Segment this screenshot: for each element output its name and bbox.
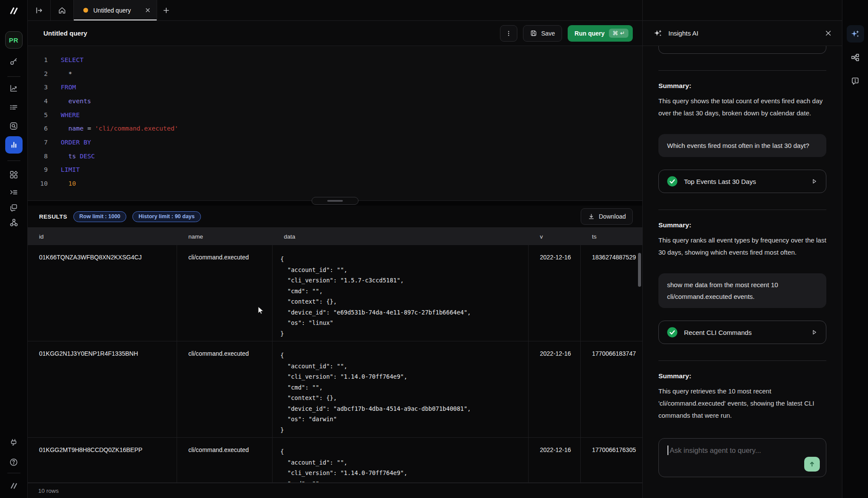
insights-ai-tab-icon[interactable] bbox=[847, 25, 864, 43]
cell-v: 2022-12-16 bbox=[529, 341, 581, 437]
section-divider bbox=[658, 210, 826, 210]
editor-line[interactable]: 9LIMIT bbox=[28, 163, 642, 177]
cell-id: 01K66TQNZA3WFBQ8XN2KXSG4CJ bbox=[28, 245, 177, 341]
column-header-ts[interactable]: ts bbox=[581, 228, 642, 245]
code-line: WHERE bbox=[48, 111, 80, 118]
home-button[interactable] bbox=[51, 0, 74, 20]
code-line: * bbox=[48, 70, 72, 77]
help-icon[interactable] bbox=[6, 454, 22, 470]
column-header-v[interactable]: v bbox=[529, 228, 581, 245]
summary-label: Summary: bbox=[658, 82, 826, 90]
editor-line[interactable]: 5WHERE bbox=[28, 108, 642, 122]
cell-name: cli/command.executed bbox=[177, 438, 273, 482]
collapse-sidebar-button[interactable] bbox=[28, 0, 51, 20]
api-keys-icon[interactable] bbox=[6, 53, 22, 69]
insights-panel: Insights AI Summary: This query shows th… bbox=[642, 0, 842, 498]
summary-label: Summary: bbox=[658, 372, 826, 380]
editor-line[interactable]: 6 name = 'cli/command.executed' bbox=[28, 121, 642, 135]
save-icon bbox=[530, 29, 537, 37]
explore-icon[interactable] bbox=[6, 118, 22, 134]
column-header-data[interactable]: data bbox=[273, 228, 529, 245]
tab-untitled-query[interactable]: Untitled query bbox=[74, 0, 157, 20]
chat-icon[interactable] bbox=[6, 199, 22, 216]
editor-line[interactable]: 10 10 bbox=[28, 177, 642, 190]
webhook-icon[interactable] bbox=[6, 214, 22, 231]
sparkles-icon bbox=[653, 29, 663, 38]
success-check-icon bbox=[667, 176, 678, 187]
terminal-icon[interactable] bbox=[6, 184, 22, 200]
code-line: ORDER BY bbox=[48, 139, 91, 146]
column-header-id[interactable]: id bbox=[28, 228, 177, 245]
tab-bar: Untitled query bbox=[28, 0, 642, 21]
input-placeholder: Ask insights agent to query... bbox=[670, 446, 761, 454]
run-query-button[interactable]: Run query ⌘ ↵ bbox=[568, 25, 633, 42]
summary-text: This query retrieves the 10 most recent … bbox=[658, 385, 826, 422]
editor-line[interactable]: 3FROM bbox=[28, 80, 642, 94]
avatar[interactable]: PR bbox=[5, 31, 23, 49]
cell-ts: 1836274887529 bbox=[581, 245, 642, 341]
column-header-name[interactable]: name bbox=[177, 228, 273, 245]
ask-agent-input[interactable]: Ask insights agent to query... bbox=[658, 438, 826, 477]
json-payload: { "account_id": "", "cli_version": "1.14… bbox=[280, 446, 524, 482]
kebab-menu-icon bbox=[505, 30, 512, 37]
insights-conversation: Summary: This query shows the total coun… bbox=[643, 46, 842, 498]
cell-id: 01KGG2MT9H8H8CCDQ0ZK16BEPP bbox=[28, 438, 177, 482]
editor-line[interactable]: 8 ts DESC bbox=[28, 149, 642, 163]
cell-ts: 1770066183747 bbox=[581, 341, 642, 437]
cell-v: 2022-12-16 bbox=[529, 245, 581, 341]
table-row[interactable]: 01K66TQNZA3WFBQ8XN2KXSG4CJ cli/command.e… bbox=[28, 245, 642, 341]
editor-line[interactable]: 2 * bbox=[28, 67, 642, 81]
row-limit-badge[interactable]: Row limit : 1000 bbox=[73, 211, 126, 222]
header-actions: Save Run query ⌘ ↵ bbox=[500, 25, 633, 42]
new-tab-button[interactable] bbox=[157, 0, 175, 20]
cell-data: { "account_id": "", "cli_version": "1.14… bbox=[273, 438, 529, 482]
splitter-handle[interactable] bbox=[312, 197, 358, 205]
tab-close-icon[interactable] bbox=[145, 7, 151, 13]
enter-key-icon: ↵ bbox=[620, 30, 625, 36]
save-button[interactable]: Save bbox=[523, 25, 562, 42]
play-icon[interactable] bbox=[810, 177, 818, 185]
results-table: id name data v ts 01K66TQNZA3WFBQ8XN2KXS… bbox=[28, 227, 642, 483]
line-number: 7 bbox=[28, 139, 48, 146]
query-result-card[interactable]: Recent CLI Commands bbox=[658, 321, 826, 344]
cell-name: cli/command.executed bbox=[177, 245, 273, 341]
results-toolbar: RESULTS Row limit : 1000 History limit :… bbox=[28, 206, 642, 227]
close-panel-icon[interactable] bbox=[825, 30, 832, 36]
editor-line[interactable]: 4 events bbox=[28, 94, 642, 108]
integrations-plug-icon[interactable] bbox=[6, 434, 22, 450]
more-options-button[interactable] bbox=[500, 25, 517, 42]
analytics-icon[interactable] bbox=[6, 80, 22, 96]
run-shortcut-badge: ⌘ ↵ bbox=[609, 29, 628, 38]
query-result-card[interactable]: Top Events Last 30 Days bbox=[658, 170, 826, 193]
schema-tree-icon[interactable] bbox=[847, 49, 864, 66]
table-scrollbar-thumb[interactable] bbox=[638, 253, 641, 287]
play-icon[interactable] bbox=[810, 328, 818, 336]
row-count: 10 rows bbox=[38, 488, 59, 494]
json-payload: { "account_id": "", "cli_version": "1.5.… bbox=[280, 254, 524, 339]
cell-v: 2022-12-16 bbox=[529, 438, 581, 482]
line-number: 5 bbox=[28, 111, 48, 118]
history-limit-badge[interactable]: History limit : 90 days bbox=[132, 211, 201, 222]
editor-line[interactable]: 7ORDER BY bbox=[28, 135, 642, 149]
text-caret bbox=[667, 446, 668, 455]
query-bar-chart-icon-active[interactable] bbox=[5, 136, 23, 154]
left-sidebar: PR bbox=[0, 0, 28, 498]
events-list-icon[interactable] bbox=[6, 99, 22, 115]
cell-id: 01KGG2N1J3Y0ENP1R4F1335BNH bbox=[28, 341, 177, 437]
app-window: PR bbox=[0, 0, 868, 498]
editor-line[interactable]: 1SELECT bbox=[28, 53, 642, 67]
download-button[interactable]: Download bbox=[581, 208, 633, 225]
apps-grid-icon[interactable] bbox=[6, 166, 22, 183]
main-area: Untitled query Untitled query Save bbox=[28, 0, 642, 498]
table-row[interactable]: 01KGG2MT9H8H8CCDQ0ZK16BEPP cli/command.e… bbox=[28, 438, 642, 483]
sidebar-divider bbox=[7, 473, 20, 473]
table-row[interactable]: 01KGG2N1J3Y0ENP1R4F1335BNH cli/command.e… bbox=[28, 341, 642, 438]
sql-editor[interactable]: 1SELECT2 *3FROM4 events5WHERE6 name = 'c… bbox=[28, 46, 642, 200]
code-line: FROM bbox=[48, 84, 76, 91]
pane-splitter bbox=[28, 200, 642, 206]
cell-data: { "account_id": "", "cli_version": "1.14… bbox=[273, 341, 529, 437]
feedback-icon[interactable] bbox=[847, 72, 864, 89]
unsaved-dot-icon bbox=[83, 8, 88, 13]
query-header: Untitled query Save Run query ⌘ ↵ bbox=[28, 21, 642, 46]
send-button[interactable] bbox=[804, 457, 820, 472]
